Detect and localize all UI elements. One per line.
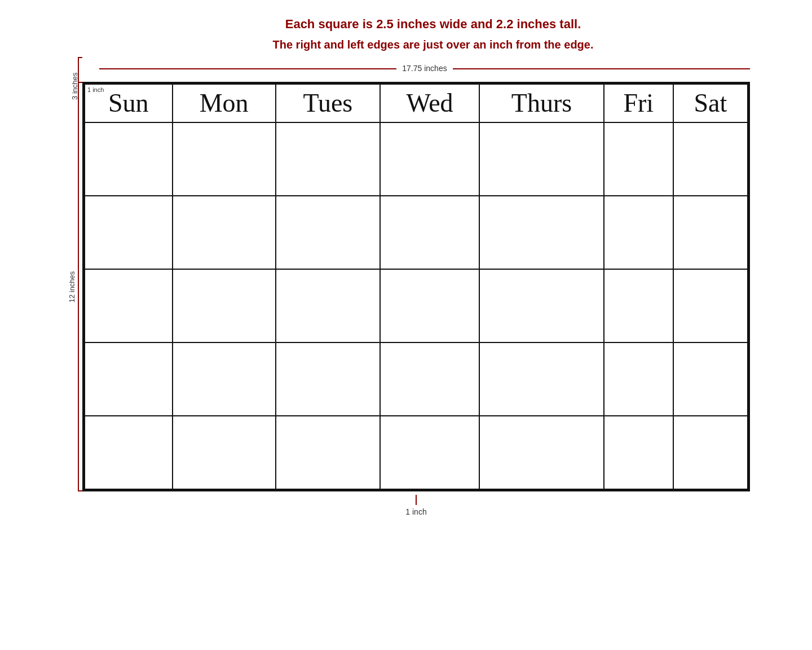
cell-r1-wed — [380, 122, 480, 196]
bottom-ruler-label: 1 inch — [405, 507, 426, 516]
corner-inch-label: 1 inch — [87, 86, 104, 93]
cell-r4-fri — [604, 342, 673, 416]
header-tues: Tues — [276, 84, 380, 122]
cell-r4-mon — [173, 342, 276, 416]
info-line1: Each square is 2.5 inches wide and 2.2 i… — [116, 17, 750, 32]
cell-r5-tues — [276, 416, 380, 489]
day-sat-label: Sat — [694, 89, 727, 117]
cell-r2-fri — [604, 196, 673, 269]
cell-r5-sat — [673, 416, 748, 489]
day-wed-label: Wed — [406, 89, 453, 117]
cell-r1-mon — [173, 122, 276, 196]
bottom-ruler-line — [416, 495, 417, 505]
cell-r2-tues — [276, 196, 380, 269]
cell-r1-sun — [85, 122, 173, 196]
cell-r5-fri — [604, 416, 673, 489]
header-sat: Sat — [673, 84, 748, 122]
cell-r2-wed — [380, 196, 480, 269]
cell-r2-sun — [85, 196, 173, 269]
header-row: Sun 1 inch Mon Tues Wed Thurs Fri Sat — [85, 84, 748, 122]
cell-r1-tues — [276, 122, 380, 196]
cell-r5-thurs — [479, 416, 603, 489]
page-container: Each square is 2.5 inches wide and 2.2 i… — [62, 11, 750, 516]
cell-r4-sun — [85, 342, 173, 416]
cell-r4-sat — [673, 342, 748, 416]
cell-r3-wed — [380, 269, 480, 342]
cell-r4-wed — [380, 342, 480, 416]
cell-r3-thurs — [479, 269, 603, 342]
cell-r1-sat — [673, 122, 748, 196]
cell-r1-fri — [604, 122, 673, 196]
cell-r5-sun — [85, 416, 173, 489]
header-mon: Mon — [173, 84, 276, 122]
cell-r2-sat — [673, 196, 748, 269]
cell-r2-thurs — [479, 196, 603, 269]
header-sun: Sun 1 inch — [85, 84, 173, 122]
header-fri: Fri — [604, 84, 673, 122]
day-mon-label: Mon — [200, 89, 249, 117]
left-ruler-main: 12 inches — [62, 82, 82, 491]
day-tues-label: Tues — [303, 89, 352, 117]
cell-r3-mon — [173, 269, 276, 342]
table-row — [85, 196, 748, 269]
calendar-wrapper: 12 inches Sun 1 inch Mon Tues Wed Thurs … — [62, 82, 750, 491]
day-thurs-label: Thurs — [511, 89, 572, 117]
cell-r3-fri — [604, 269, 673, 342]
day-fri-label: Fri — [623, 89, 654, 117]
calendar-table: Sun 1 inch Mon Tues Wed Thurs Fri Sat — [84, 84, 748, 490]
table-row — [85, 122, 748, 196]
header-wed: Wed — [380, 84, 480, 122]
info-section: Each square is 2.5 inches wide and 2.2 i… — [62, 11, 750, 57]
cell-r3-tues — [276, 269, 380, 342]
table-row — [85, 416, 748, 489]
cell-r3-sun — [85, 269, 173, 342]
day-sun-label: Sun — [108, 89, 149, 117]
header-thurs: Thurs — [479, 84, 603, 122]
table-row — [85, 342, 748, 416]
cell-r1-thurs — [479, 122, 603, 196]
cell-r4-thurs — [479, 342, 603, 416]
bottom-marker: 1 inch — [405, 495, 426, 516]
horizontal-ruler-label: 17.75 inches — [396, 64, 452, 73]
table-row — [85, 269, 748, 342]
cell-r4-tues — [276, 342, 380, 416]
info-line2: The right and left edges are just over a… — [116, 38, 750, 51]
cell-r3-sat — [673, 269, 748, 342]
cell-r5-mon — [173, 416, 276, 489]
cell-r5-wed — [380, 416, 480, 489]
left-ruler-line — [78, 82, 79, 491]
left-ruler-label: 12 inches — [68, 271, 77, 302]
cell-r2-mon — [173, 196, 276, 269]
calendar-grid: Sun 1 inch Mon Tues Wed Thurs Fri Sat — [82, 82, 750, 491]
